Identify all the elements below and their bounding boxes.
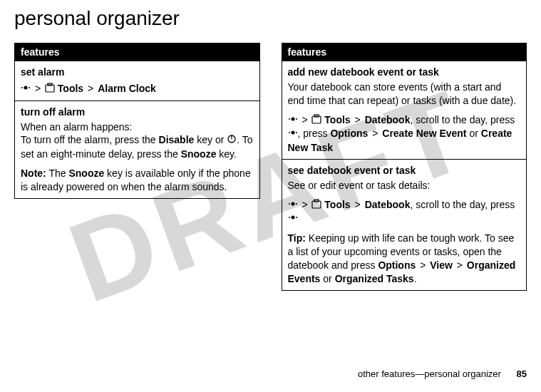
- svg-point-21: [289, 217, 290, 218]
- body-text: To turn off the alarm, press the: [21, 134, 159, 145]
- svg-point-22: [296, 217, 297, 218]
- left-column: features set alarm > Tools > Alarm Clock: [14, 43, 260, 291]
- body-text: .: [414, 273, 417, 284]
- page-number: 85: [517, 368, 527, 379]
- svg-point-0: [24, 86, 28, 89]
- body-text: When an alarm happens:: [21, 121, 132, 133]
- tools-icon: [311, 199, 321, 212]
- organized-tasks-label: Organized Tasks: [335, 273, 414, 284]
- svg-point-12: [291, 131, 294, 135]
- columns: features set alarm > Tools > Alarm Clock: [14, 43, 527, 291]
- row-title: set alarm: [21, 66, 254, 79]
- table-header-row: features: [282, 43, 527, 61]
- page-footer: other features—personal organizer 85: [358, 368, 527, 379]
- snooze-key: Snooze: [68, 167, 104, 179]
- note-label: Note:: [21, 167, 46, 179]
- svg-point-2: [29, 87, 30, 88]
- center-key-icon: [21, 83, 31, 96]
- svg-point-15: [291, 202, 294, 205]
- center-key-icon: [288, 128, 298, 141]
- page-title: personal organizer: [14, 7, 527, 30]
- features-table-left: features set alarm > Tools > Alarm Clock: [14, 43, 260, 199]
- create-new-event-label: Create New Event: [382, 128, 466, 139]
- svg-point-1: [21, 87, 23, 88]
- svg-point-13: [289, 132, 290, 133]
- alarm-clock-label: Alarm Clock: [98, 83, 156, 94]
- body-text: key or: [194, 134, 227, 145]
- tools-label: Tools: [58, 83, 83, 94]
- footer-text: other features—personal organizer: [358, 368, 501, 379]
- separator: >: [302, 114, 307, 125]
- table-row: add new datebook event or task Your date…: [282, 61, 527, 160]
- separator: >: [372, 128, 378, 139]
- separator: >: [35, 83, 41, 94]
- table-row: turn off alarm When an alarm happens: To…: [15, 100, 260, 198]
- datebook-label: Datebook: [365, 199, 411, 210]
- body-text: or: [467, 128, 481, 139]
- center-key-icon: [288, 114, 298, 128]
- note-block: Note: The Snooze key is available only i…: [21, 167, 254, 194]
- view-label: View: [430, 259, 453, 271]
- nav-path: > Tools > Alarm Clock: [21, 82, 254, 96]
- note-text: The: [46, 167, 69, 179]
- options-label: Options: [378, 259, 416, 271]
- row-body: Your datebook can store events (with a s…: [288, 81, 521, 108]
- table-row: see datebook event or task See or edit e…: [282, 160, 527, 291]
- center-key-icon: [288, 212, 298, 226]
- tip-block: Tip: Keeping up with life can be tough w…: [288, 232, 521, 286]
- right-column: features add new datebook event or task …: [282, 43, 527, 291]
- svg-point-20: [291, 216, 294, 220]
- separator: >: [420, 259, 426, 271]
- nav-path: > Tools > Datebook, scroll to the day, p…: [288, 113, 521, 155]
- table-header: features: [282, 43, 527, 61]
- table-row: set alarm > Tools > Alarm Clock: [15, 61, 260, 101]
- svg-point-9: [296, 118, 297, 120]
- snooze-key: Snooze: [181, 148, 217, 160]
- separator: >: [88, 83, 93, 94]
- row-body: See or edit event or task details:: [288, 179, 521, 192]
- body-text: , press: [298, 128, 331, 139]
- datebook-label: Datebook: [365, 114, 411, 125]
- row-body: When an alarm happens: To turn off the a…: [21, 120, 254, 162]
- features-table-right: features add new datebook event or task …: [282, 43, 527, 291]
- body-text: , scroll to the day, press: [410, 114, 515, 125]
- tools-label: Tools: [324, 114, 350, 125]
- svg-point-8: [289, 118, 290, 120]
- tools-icon: [311, 114, 321, 128]
- nav-path: > Tools > Datebook, scroll to the day, p…: [288, 198, 521, 226]
- center-key-icon: [288, 199, 298, 212]
- separator: >: [355, 199, 361, 210]
- separator: >: [302, 199, 307, 210]
- svg-point-14: [296, 132, 297, 133]
- body-text: , scroll to the day, press: [410, 199, 515, 210]
- body-text: or: [320, 273, 334, 284]
- svg-point-17: [296, 203, 297, 205]
- body-text: key.: [216, 148, 237, 160]
- row-title: turn off alarm: [21, 105, 254, 119]
- options-label: Options: [330, 128, 368, 139]
- tip-label: Tip:: [288, 232, 306, 244]
- separator: >: [355, 114, 361, 125]
- svg-point-16: [289, 203, 290, 205]
- table-header: features: [15, 43, 260, 61]
- tools-icon: [45, 83, 55, 96]
- row-title: add new datebook event or task: [288, 66, 521, 79]
- page-content: personal organizer features set alarm > …: [0, 0, 541, 298]
- separator: >: [457, 259, 463, 271]
- disable-key: Disable: [159, 134, 195, 145]
- tools-label: Tools: [324, 199, 350, 210]
- power-key-icon: [227, 134, 237, 148]
- table-header-row: features: [15, 43, 260, 61]
- svg-point-7: [291, 117, 294, 120]
- row-title: see datebook event or task: [288, 164, 521, 177]
